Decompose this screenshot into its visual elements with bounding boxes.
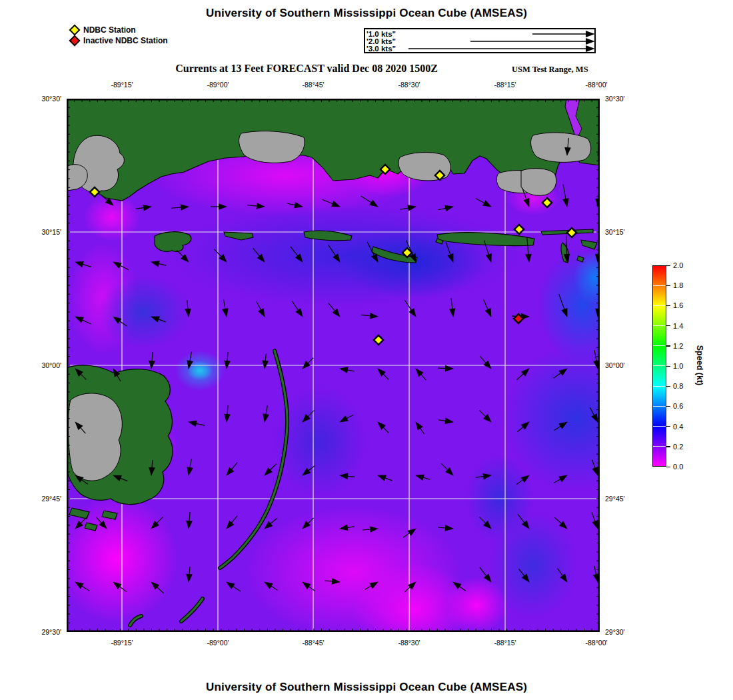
legend-label: Inactive NDBC Station xyxy=(83,36,168,45)
colorbar-tick xyxy=(666,345,670,346)
current-arrow xyxy=(211,203,227,210)
current-arrow xyxy=(326,243,343,265)
current-arrow xyxy=(325,577,341,585)
current-arrow xyxy=(300,463,317,478)
colorbar-tick-label: 0.8 xyxy=(673,382,697,390)
current-arrow xyxy=(402,579,418,595)
lon-tick-label: -88°00' xyxy=(576,639,616,647)
current-arrow xyxy=(223,352,231,370)
current-arrow xyxy=(359,193,380,210)
current-arrow xyxy=(339,523,355,532)
current-arrow xyxy=(150,259,167,269)
current-arrow xyxy=(254,300,268,319)
current-arrow xyxy=(363,525,379,533)
current-arrow xyxy=(261,405,271,423)
current-speed-scale-box: '1.0 kts"'2.0 kts"'3.0 kts" xyxy=(364,28,596,53)
current-arrow xyxy=(438,417,454,425)
lat-tick-label: 30°00' xyxy=(605,361,645,369)
colorbar-gridlines xyxy=(653,266,666,466)
current-arrow xyxy=(184,300,192,318)
lon-tick-label: -88°30' xyxy=(389,81,429,89)
barrier-island xyxy=(581,240,597,249)
current-arrow xyxy=(556,293,570,319)
current-arrow xyxy=(477,515,494,531)
colorbar-tick xyxy=(666,426,670,427)
current-arrow xyxy=(516,567,532,584)
current-arrow xyxy=(474,196,493,210)
current-arrow xyxy=(400,203,417,213)
colorbar-tick xyxy=(666,285,670,286)
current-arrow xyxy=(412,419,426,435)
current-arrow xyxy=(135,203,153,212)
current-arrow xyxy=(414,472,431,483)
colorbar-tick xyxy=(666,467,670,467)
lat-tick-label: 29°30' xyxy=(605,628,645,636)
station-legend: NDBC StationInactive NDBC Station xyxy=(69,25,168,46)
current-arrow xyxy=(224,579,242,593)
region-label: USM Test Range, MS xyxy=(512,65,645,75)
station-diamond-icon xyxy=(69,25,81,36)
current-arrow xyxy=(171,203,190,211)
current-arrow xyxy=(185,567,193,583)
barrier-island xyxy=(224,232,253,240)
legend-item: Inactive NDBC Station xyxy=(69,35,168,46)
current-arrow xyxy=(185,512,193,530)
current-arrow xyxy=(438,524,454,532)
current-arrow xyxy=(149,313,167,325)
current-arrow xyxy=(338,412,355,425)
current-arrow xyxy=(476,472,492,481)
current-arrow xyxy=(515,473,532,487)
current-arrow xyxy=(261,353,269,370)
current-arrow xyxy=(552,419,569,433)
current-arrow xyxy=(339,365,355,374)
speed-scale-arrows: '1.0 kts"'2.0 kts"'3.0 kts" xyxy=(365,29,594,52)
current-arrow xyxy=(450,579,467,593)
current-arrow xyxy=(212,247,229,265)
lon-tick-label: -89°15' xyxy=(102,639,142,647)
current-arrow xyxy=(402,298,418,319)
current-arrow xyxy=(477,565,494,585)
legend-label: NDBC Station xyxy=(83,25,136,35)
lat-tick-label: 30°15' xyxy=(605,228,645,236)
lowland-gray-area xyxy=(239,131,305,163)
lat-tick-label: 30°00' xyxy=(21,361,61,369)
lat-tick-label: 30°15' xyxy=(21,228,61,236)
speed-colorbar xyxy=(652,265,666,467)
ndbc-station-marker xyxy=(374,335,383,345)
current-arrow xyxy=(477,408,494,425)
current-arrow xyxy=(251,246,267,265)
ndbc-station-marker xyxy=(514,225,524,234)
current-arrow xyxy=(74,259,93,270)
current-arrow xyxy=(221,299,230,318)
current-arrow xyxy=(185,351,195,370)
colorbar-tick xyxy=(666,446,670,447)
current-arrow xyxy=(289,299,305,319)
inactive-station-diamond-icon xyxy=(69,35,81,47)
current-arrow xyxy=(587,406,600,424)
ocean-cube-forecast-figure: University of Southern Mississippi Ocean… xyxy=(0,0,733,700)
current-arrow xyxy=(263,579,279,593)
current-arrow xyxy=(175,248,191,265)
colorbar-tick xyxy=(666,386,670,387)
ndbc-station-marker xyxy=(567,228,576,237)
colorbar-tick-label: 1.0 xyxy=(673,362,697,370)
lon-tick-label: -88°15' xyxy=(485,639,525,647)
current-arrow xyxy=(480,298,494,318)
colorbar-tick-label: 1.2 xyxy=(673,342,697,350)
lon-tick-label: -88°00' xyxy=(576,81,616,89)
current-arrow xyxy=(555,567,570,585)
colorbar-tick-label: 0.6 xyxy=(673,402,697,410)
lon-tick-label: -89°00' xyxy=(198,81,238,89)
lon-tick-label: -89°15' xyxy=(102,81,142,89)
lon-tick-label: -88°15' xyxy=(485,81,525,89)
current-arrow xyxy=(247,202,266,210)
current-vector-field xyxy=(73,138,600,596)
current-arrow xyxy=(339,472,356,480)
lon-tick-label: -89°00' xyxy=(198,639,238,647)
current-arrow xyxy=(514,366,532,383)
current-arrow xyxy=(401,525,418,540)
colorbar-tick xyxy=(666,325,670,326)
colorbar-tick xyxy=(666,366,670,367)
current-arrow xyxy=(149,515,165,531)
current-arrow xyxy=(363,579,380,592)
